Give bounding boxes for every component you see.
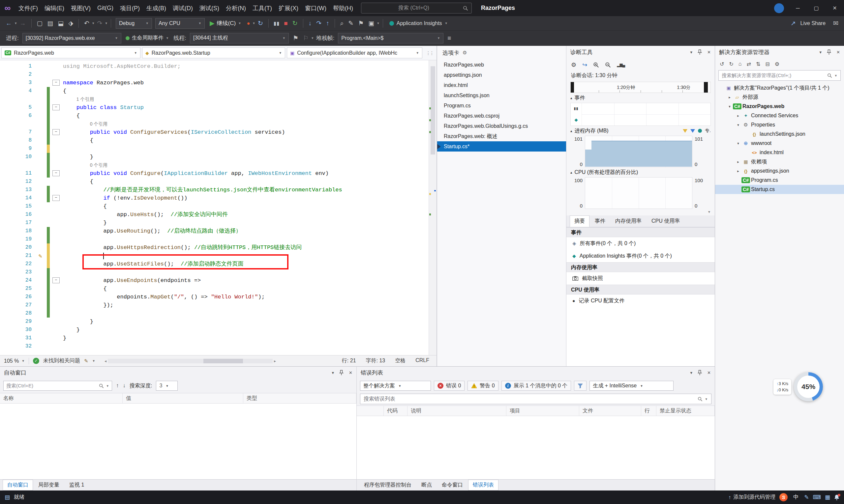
column-header[interactable]: 名称 [0, 393, 123, 403]
step-over-icon[interactable]: ↷ [316, 20, 322, 26]
code-line[interactable]: 16 app.UseHsts(); //添加安全访问中间件 [0, 211, 429, 219]
apply-code-changes-icon[interactable]: ↻ [258, 20, 263, 26]
pin-icon[interactable] [827, 49, 831, 55]
save-all-icon[interactable]: ⬗ [68, 20, 73, 26]
scrollbar-thumb[interactable] [431, 66, 435, 155]
find-in-code-icon[interactable]: ⌕ [340, 20, 344, 26]
menu-item[interactable]: 生成(B) [143, 0, 170, 16]
tree-item[interactable]: C#Startup.cs [715, 185, 844, 194]
home-icon[interactable]: ⌂ [739, 61, 742, 67]
menu-item[interactable]: 测试(S) [196, 0, 223, 16]
ime-language-indicator[interactable]: 中 [792, 494, 800, 501]
collapse-all-icon[interactable]: ⊟ [765, 61, 770, 67]
export-icon[interactable]: ↪ [582, 61, 587, 69]
sync-with-active-document-icon[interactable]: ⇅ [756, 61, 760, 67]
background-tasks-icon[interactable]: ▤ [5, 494, 10, 501]
scroll-down-arrow[interactable]: ▾ [566, 209, 715, 214]
code-line[interactable]: 8 { [0, 137, 429, 145]
column-header[interactable]: 代码 [384, 406, 408, 416]
warnings-filter-button[interactable]: 警告 0 [467, 381, 498, 391]
tree-item[interactable]: ▸{}appsettings.json [715, 166, 844, 176]
code-line[interactable]: 21 ✎ [0, 252, 429, 260]
window-position-caret[interactable]: ▾ [690, 370, 693, 375]
code-line[interactable]: 12 { [0, 178, 429, 186]
code-line[interactable]: 19 [0, 235, 429, 244]
maximize-button[interactable]: ▢ [807, 0, 826, 16]
solution-platform-dropdown[interactable]: Any CPU▾ [155, 18, 205, 29]
menu-item[interactable]: 帮助(H) [330, 0, 356, 16]
panel-tab[interactable]: 错误列表 [468, 480, 499, 490]
navigate-forward-icon[interactable]: → [20, 20, 26, 26]
code-line[interactable]: 9 [0, 145, 429, 153]
tree-item[interactable]: {}launchSettings.json [715, 129, 844, 139]
member-dropdown[interactable]: ▣Configure(IApplicationBuilder app, IWeb… [287, 48, 422, 58]
expander-icon[interactable]: ▾ [735, 141, 741, 146]
live-share-button[interactable]: ↗Live Share [788, 20, 826, 26]
pin-icon[interactable] [339, 370, 344, 376]
messages-filter-button[interactable]: i展示 1 个消息中的 0 个 [501, 381, 571, 391]
column-header[interactable] [357, 406, 384, 416]
redo-icon[interactable]: ↷ [97, 20, 102, 26]
menu-item[interactable]: 编辑(E) [41, 0, 68, 16]
menu-item[interactable]: 窗口(W) [302, 0, 330, 16]
hot-reload-caret[interactable]: ▾ [253, 21, 255, 25]
undo-icon[interactable]: ↶ [84, 20, 89, 26]
code-line[interactable]: 10 } [0, 153, 429, 161]
codelens-row[interactable]: 0 个引用 [0, 120, 429, 128]
thread-dropdown[interactable]: [30644] 主线程▾ [190, 33, 289, 43]
code-line[interactable]: 24− app.UseEndpoints(endpoints => [0, 276, 429, 285]
save-icon[interactable]: ⬓ [58, 20, 64, 26]
events-section-header[interactable]: ▴ 事件 [566, 93, 715, 103]
expander-icon[interactable]: ▾ [735, 123, 741, 127]
minimize-button[interactable]: ─ [789, 0, 807, 16]
errors-filter-button[interactable]: ×错误 0 [434, 381, 465, 391]
code-line[interactable]: 26 endpoints.MapGet("/", () => "Hello Wo… [0, 293, 429, 301]
tree-item[interactable]: ▸▦依赖项 [715, 157, 844, 166]
lifecycle-events-button[interactable]: 生命周期事件▾ [126, 35, 169, 41]
menu-item[interactable]: 视图(V) [68, 0, 94, 16]
panel-tab[interactable]: 内存使用率 [610, 215, 646, 227]
comment-icon[interactable]: ✎ [348, 20, 354, 26]
fold-marker[interactable]: − [52, 80, 60, 86]
pen-icon[interactable]: ✎ [804, 494, 809, 501]
eol-indicator[interactable]: CRLF [415, 357, 429, 364]
document-tab[interactable]: RazorPages.web.csproj [437, 111, 566, 121]
toolbar-overflow-caret[interactable]: ▾ [377, 21, 379, 25]
panel-tab[interactable]: 命令窗口 [437, 480, 467, 490]
filter-button[interactable] [574, 381, 586, 391]
scroll-right-arrow[interactable]: ▸ [274, 359, 276, 363]
redo-caret[interactable]: ▾ [105, 21, 107, 25]
code-line[interactable]: 4{ [0, 87, 429, 95]
scope-dropdown[interactable]: 整个解决方案▾ [360, 381, 431, 391]
application-insights-button[interactable]: Application Insights▾ [389, 20, 448, 26]
search-up-icon[interactable]: ↑ [116, 382, 119, 389]
panel-tab[interactable]: 局部变量 [34, 480, 64, 490]
code-line[interactable]: 22 app.UseStaticFiles(); //添加启动静态文件页面 [0, 260, 429, 268]
step-out-icon[interactable]: ↑ [326, 20, 329, 26]
code-line[interactable]: 2 [0, 71, 429, 79]
pin-icon[interactable] [697, 49, 702, 55]
error-list-body[interactable] [357, 416, 715, 479]
panel-tab[interactable]: 监视 1 [65, 480, 89, 490]
menu-item[interactable]: 文件(F) [15, 0, 41, 16]
continue-button[interactable]: ▶继续(C)▾ [210, 19, 241, 27]
editor-horizontal-scrollbar[interactable]: ◂ ▸ [104, 358, 276, 364]
flags-caret[interactable]: ▾ [312, 36, 313, 40]
fold-marker[interactable]: − [52, 195, 60, 201]
health-check-icon[interactable]: ✓ [33, 358, 39, 364]
document-tab[interactable]: Startup.cs* [437, 141, 566, 151]
gear-icon[interactable]: ⚙ [463, 50, 467, 56]
stop-debugging-icon[interactable]: ■ [284, 20, 288, 26]
codelens-row[interactable]: 1 个引用 [0, 95, 429, 104]
close-icon[interactable]: ✕ [837, 50, 840, 55]
code-line[interactable]: 7− public void ConfigureServices(IServic… [0, 128, 429, 137]
search-depth-dropdown[interactable]: 3▾ [156, 381, 178, 391]
properties-icon[interactable]: ⚙ [775, 61, 779, 67]
open-file-icon[interactable]: ▤ [47, 20, 53, 26]
menu-item[interactable]: 项目(P) [117, 0, 143, 16]
flag-icon[interactable]: ⚑ [293, 35, 298, 41]
menu-item[interactable]: 分析(N) [223, 0, 249, 16]
timeline-chart-icon[interactable]: ▂▆▄ [617, 62, 625, 67]
stack-frame-dropdown[interactable]: Program.<Main>$▾ [338, 33, 444, 43]
document-tab[interactable]: launchSettings.json [437, 90, 566, 101]
